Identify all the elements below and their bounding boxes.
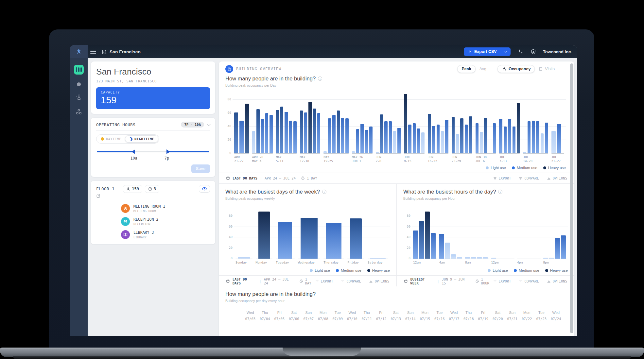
sidebar-item-spaces[interactable]	[76, 109, 82, 115]
toggle-peak[interactable]: Peak	[457, 65, 475, 73]
x-axis-label: JUN16-22	[428, 154, 448, 163]
toggle-occupancy[interactable]: Occupancy	[497, 65, 535, 73]
chevron-down-icon[interactable]	[207, 122, 210, 126]
sidebar-item-insights[interactable]	[74, 65, 84, 75]
peak-avg-toggle: Peak Avg	[457, 65, 490, 73]
bar	[425, 212, 430, 259]
hours-range-badge[interactable]: 7P - 10A	[181, 122, 204, 128]
export-icon	[315, 279, 319, 283]
heatmap-day-column: Wed07/24	[549, 311, 564, 321]
occupancy-per-day-chart: 020406080APR21-27APR 28MAY 4MAY5-11MAY12…	[224, 93, 566, 163]
day-group: Saturday	[366, 210, 390, 266]
library-icon	[121, 230, 130, 239]
info-icon[interactable]	[318, 77, 322, 81]
person-icon	[126, 187, 130, 191]
date-range-selector[interactable]: LAST 90 DAYS|APR 24 – JUL 24	[226, 176, 296, 180]
scrollbar[interactable]	[570, 63, 573, 333]
sidebar-item-experiments[interactable]	[76, 94, 82, 101]
legend-item: Medium use	[336, 268, 361, 272]
calendar-icon	[404, 279, 408, 283]
export-csv-caret[interactable]	[501, 47, 511, 56]
options-button[interactable]: OPTIONS	[547, 279, 567, 283]
laptop-screen: San Francisco Export CSV	[49, 29, 594, 348]
bar	[369, 127, 372, 153]
slider-handle-end[interactable]	[166, 149, 170, 154]
daytime-option[interactable]: DAYTIME	[97, 136, 125, 142]
bar	[441, 131, 444, 153]
room-row[interactable]: LIBRARY 3LIBRARY	[121, 230, 210, 239]
shield-icon[interactable]	[530, 49, 536, 55]
x-axis-label: 12pm	[491, 259, 515, 266]
bar	[419, 221, 424, 259]
day-group: Monday	[254, 210, 274, 266]
compare-button[interactable]: COMPARE	[519, 176, 539, 180]
bar	[380, 114, 383, 153]
export-button[interactable]: EXPORT	[493, 176, 511, 180]
export-csv-button[interactable]: Export CSV	[464, 47, 511, 56]
bar	[326, 223, 341, 259]
x-axis-label: Wednesday	[298, 259, 321, 266]
room-row[interactable]: MEETING ROOM 1MEETING ROOM	[121, 204, 210, 213]
interval-selector[interactable]: 1 HOUR	[475, 277, 493, 285]
legend-dot-icon	[367, 269, 370, 272]
info-icon[interactable]	[322, 190, 326, 194]
hours-slider[interactable]	[97, 149, 209, 154]
week-group: JUN 30JUL 6	[474, 93, 498, 163]
operating-hours-card: OPERATING HOURS 7P - 10A DAYTIME	[91, 117, 216, 177]
info-icon[interactable]	[498, 190, 502, 194]
room-type: RECEPTION	[133, 222, 158, 226]
week-group: JUL14-20	[521, 93, 549, 163]
heatmap-day-column: Tue07/16	[432, 311, 447, 321]
bar	[555, 238, 560, 259]
bar	[301, 218, 318, 259]
room-name: MEETING ROOM 1	[133, 204, 165, 209]
date-range-selector[interactable]: LAST 90 DAYS|APR 24 – JUL 24	[226, 277, 294, 285]
visibility-toggle-button[interactable]	[199, 185, 210, 193]
clock-icon	[475, 279, 479, 283]
x-axis-label: JUL7-13	[499, 154, 520, 163]
export-button[interactable]: EXPORT	[493, 279, 511, 283]
day-night-toggle: DAYTIME NIGHTTIME	[96, 134, 159, 144]
bird-logo-icon[interactable]	[70, 45, 88, 58]
left-panel: San Francisco 123 MAIN ST, SAN FRANCISCO…	[91, 61, 216, 336]
menu-icon[interactable]	[90, 48, 96, 55]
room-row[interactable]: RECEPTION 2RECEPTION	[121, 217, 210, 226]
app-window: San Francisco Export CSV	[70, 45, 577, 336]
compare-icon	[519, 177, 522, 180]
week-group: APR 28MAY 4	[251, 93, 274, 163]
toggle-visits[interactable]: Visits	[535, 65, 559, 73]
bar	[239, 121, 243, 153]
bar	[469, 116, 472, 153]
x-axis-label: 8am	[465, 259, 489, 266]
x-axis-label: 12am	[413, 259, 437, 266]
bar	[413, 123, 416, 153]
options-button[interactable]: OPTIONS	[547, 176, 567, 180]
options-button[interactable]: OPTIONS	[369, 279, 389, 283]
section-label: BUILDING OVERVIEW	[236, 67, 281, 71]
legend-item: Light use	[486, 166, 506, 170]
compare-button[interactable]: COMPARE	[519, 279, 539, 283]
heatmap-day-column: Sun07/07	[301, 311, 316, 321]
bar	[308, 102, 311, 153]
x-axis-label: Tuesday	[276, 259, 294, 266]
heatmap-day-column: Fri07/19	[476, 311, 491, 321]
nighttime-option[interactable]: NIGHTTIME	[125, 135, 158, 143]
export-button[interactable]: EXPORT	[315, 279, 333, 283]
bar	[404, 94, 407, 153]
rooms-list: MEETING ROOM 1MEETING ROOMRECEPTION 2REC…	[121, 204, 210, 239]
interval-selector[interactable]: 1 DAY	[299, 277, 315, 285]
legend-dot-icon	[310, 269, 313, 272]
sparkles-icon[interactable]	[517, 48, 524, 55]
external-link-icon[interactable]	[96, 194, 100, 198]
scrollbar-thumb[interactable]	[570, 63, 573, 333]
heatmap-day-column: Thu07/11	[359, 311, 374, 321]
interval-selector[interactable]: 1 DAY	[301, 176, 317, 180]
compare-button[interactable]: COMPARE	[341, 279, 361, 283]
sidebar-item-presence[interactable]	[77, 82, 81, 86]
date-range-selector[interactable]: BUSIEST WEEK|JUN 9 – JUN 15	[404, 277, 470, 285]
week-group: APR21-27	[233, 93, 251, 163]
save-button[interactable]: Save	[191, 164, 210, 173]
toggle-avg[interactable]: Avg	[476, 65, 490, 73]
bar	[545, 123, 548, 153]
slider-handle-start[interactable]	[131, 149, 135, 154]
